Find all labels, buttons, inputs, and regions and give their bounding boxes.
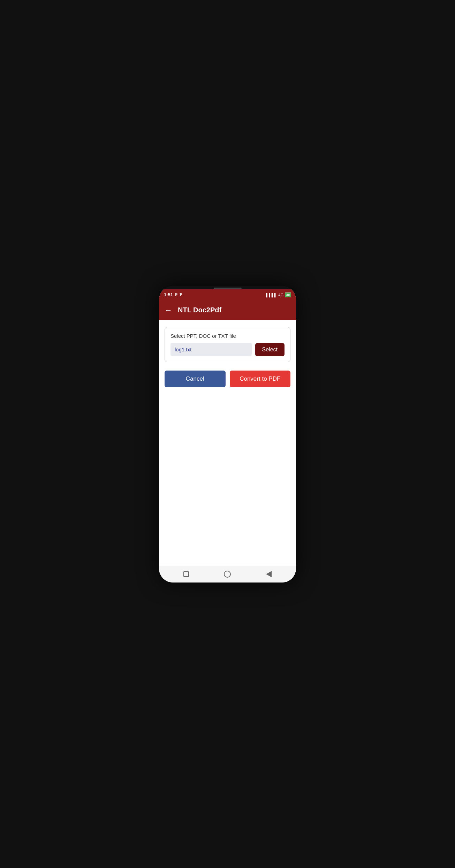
signal-icon: ▌▌▌▌ xyxy=(266,293,277,297)
notch-bar xyxy=(159,286,296,289)
status-left: 1:51 𝐏 𝐏 xyxy=(164,292,182,297)
back-icon[interactable] xyxy=(266,571,272,577)
time-display: 1:51 xyxy=(164,292,173,297)
parking-icon-2: 𝐏 xyxy=(180,292,182,297)
battery-indicator: 30 xyxy=(285,292,291,297)
phone-screen: 1:51 𝐏 𝐏 ▌▌▌▌ 4G 30 ← NTL Doc2Pdf Select… xyxy=(159,289,296,583)
parking-icon-1: 𝐏 xyxy=(175,292,177,297)
phone-frame: 1:51 𝐏 𝐏 ▌▌▌▌ 4G 30 ← NTL Doc2Pdf Select… xyxy=(159,286,296,583)
back-button[interactable]: ← xyxy=(165,306,172,314)
action-buttons: Cancel Convert to PDF xyxy=(165,371,290,387)
notch-pill xyxy=(214,288,242,289)
home-icon[interactable] xyxy=(224,571,231,578)
status-bar: 1:51 𝐏 𝐏 ▌▌▌▌ 4G 30 xyxy=(159,289,296,300)
status-right: ▌▌▌▌ 4G 30 xyxy=(266,292,291,297)
file-input-row: Select xyxy=(170,343,285,356)
network-type: 4G xyxy=(278,293,283,297)
bottom-nav-bar xyxy=(159,566,296,583)
file-selection-card: Select PPT, DOC or TXT file Select xyxy=(165,327,290,362)
cancel-button[interactable]: Cancel xyxy=(165,371,226,387)
main-content: Select PPT, DOC or TXT file Select Cance… xyxy=(159,320,296,566)
select-button[interactable]: Select xyxy=(255,343,285,356)
file-card-label: Select PPT, DOC or TXT file xyxy=(170,333,285,339)
recent-apps-icon[interactable] xyxy=(183,571,189,577)
app-bar: ← NTL Doc2Pdf xyxy=(159,300,296,320)
file-name-input[interactable] xyxy=(170,343,252,356)
convert-to-pdf-button[interactable]: Convert to PDF xyxy=(230,371,291,387)
app-title: NTL Doc2Pdf xyxy=(178,306,221,314)
